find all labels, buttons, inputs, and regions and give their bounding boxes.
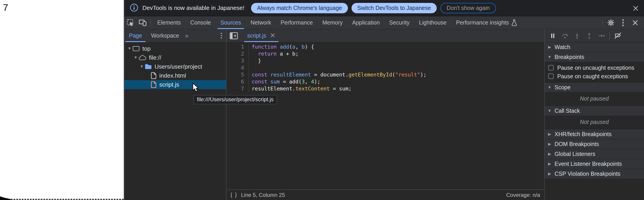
- pause-icon[interactable]: [547, 32, 558, 39]
- editor-tab-close-icon[interactable]: [270, 33, 275, 39]
- debugger-empty-area: [545, 179, 644, 200]
- line-number[interactable]: 5: [226, 71, 248, 78]
- tab-page[interactable]: Page: [124, 29, 146, 42]
- section-content-breakpoints: Pause on uncaught exceptionsPause on cau…: [545, 62, 644, 83]
- line-number[interactable]: 2: [226, 50, 248, 57]
- tab-elements[interactable]: Elements: [152, 16, 186, 29]
- section-label: Event Listener Breakpoints: [554, 161, 622, 167]
- expand-arrow-icon[interactable]: ▼: [133, 55, 138, 60]
- tree-item-label: script.js: [159, 81, 179, 88]
- code-editor[interactable]: 1function add(a, b) {2 return a + b;3 }4…: [226, 42, 544, 190]
- step-over-icon[interactable]: [559, 32, 571, 39]
- device-toolbar-icon[interactable]: [136, 16, 149, 29]
- line-number[interactable]: 4: [226, 64, 248, 71]
- tab-lighthouse[interactable]: Lighthouse: [414, 16, 451, 29]
- kebab-menu-icon[interactable]: [617, 19, 629, 27]
- line-number[interactable]: 3: [226, 57, 248, 64]
- info-icon: [130, 3, 138, 13]
- section-scope[interactable]: ▼Scope: [545, 83, 644, 92]
- tree-item-file[interactable]: ▼file://: [124, 53, 226, 62]
- section-watch[interactable]: ▶Watch: [545, 42, 644, 52]
- section-content-scope: Not paused: [545, 92, 644, 106]
- tree-item-script-js[interactable]: script.js: [124, 80, 226, 89]
- tab-sources[interactable]: Sources: [216, 16, 246, 29]
- section-label: Breakpoints: [554, 54, 584, 60]
- expand-arrow-icon: ▶: [545, 132, 554, 137]
- tab-network[interactable]: Network: [246, 16, 276, 29]
- inspect-icon[interactable]: [124, 16, 136, 29]
- tab-performance-insights[interactable]: Performance insights: [451, 16, 522, 29]
- switch-devtools-to-japanese-button[interactable]: Switch DevTools to Japanese: [352, 3, 437, 13]
- section-label: Call Stack: [554, 108, 580, 114]
- section-global-listeners[interactable]: ▶Global Listeners: [545, 149, 644, 159]
- editor-tab-scriptjs[interactable]: script.js: [244, 29, 278, 42]
- section-label: CSP Violation Breakpoints: [554, 171, 620, 177]
- settings-gear-icon[interactable]: [605, 19, 617, 27]
- tab-application[interactable]: Application: [348, 16, 384, 29]
- code-text: const resultElement = document.getElemen…: [248, 71, 426, 78]
- more-tabs-icon[interactable]: »: [184, 32, 190, 39]
- section-call-stack[interactable]: ▼Call Stack: [545, 106, 644, 116]
- pretty-print-icon[interactable]: { }: [230, 192, 238, 198]
- tab-label: Network: [250, 19, 271, 26]
- not-paused-message: Not paused: [545, 92, 644, 106]
- pause-on-caught-exceptions-checkbox-row[interactable]: Pause on caught exceptions: [545, 72, 644, 81]
- tab-label: Elements: [157, 19, 181, 26]
- debugger-sections: ▶Watch▼BreakpointsPause on uncaught exce…: [545, 42, 644, 200]
- line-number[interactable]: 6: [226, 78, 248, 85]
- toolbar-divider: [150, 19, 151, 26]
- tab-label: Performance: [280, 19, 313, 26]
- tab-memory[interactable]: Memory: [318, 16, 347, 29]
- panel-tabs: ElementsConsoleSourcesNetworkPerformance…: [152, 16, 522, 29]
- navigator-tabbar: Page Workspace »: [124, 29, 226, 42]
- section-xhr-fetch-breakpoints[interactable]: ▶XHR/fetch Breakpoints: [545, 129, 644, 139]
- code-line: 2 return a + b;: [226, 50, 544, 57]
- close-icon[interactable]: [629, 19, 641, 26]
- section-csp-violation-breakpoints[interactable]: ▶CSP Violation Breakpoints: [545, 169, 644, 179]
- step-into-icon[interactable]: [571, 32, 583, 39]
- hide-navigator-icon[interactable]: [230, 32, 238, 40]
- line-number[interactable]: 1: [226, 43, 248, 50]
- step-out-icon[interactable]: [584, 32, 595, 39]
- checkbox-unchecked[interactable]: [548, 65, 554, 70]
- deactivate-breakpoints-icon[interactable]: [612, 32, 624, 39]
- code-line: 7resultElement.textContent = sum;: [226, 85, 544, 92]
- always-match-chrome-s-language-button[interactable]: Always match Chrome's language: [251, 3, 348, 13]
- expand-arrow-icon: ▶: [545, 172, 554, 176]
- file-icon: [151, 72, 156, 79]
- tab-workspace[interactable]: Workspace: [146, 29, 184, 42]
- expand-arrow-icon[interactable]: ▼: [127, 46, 132, 51]
- section-dom-breakpoints[interactable]: ▶DOM Breakpoints: [545, 139, 644, 149]
- not-paused-message: Not paused: [545, 116, 644, 129]
- navigator-kebab-menu-icon[interactable]: [221, 33, 222, 38]
- tab-security[interactable]: Security: [384, 16, 414, 29]
- code-text: resultElement.textContent = sum;: [248, 85, 352, 92]
- expand-arrow-icon[interactable]: ▼: [139, 64, 145, 69]
- file-js-icon: [151, 81, 156, 88]
- flask-icon: [511, 19, 517, 26]
- step-icon[interactable]: [596, 32, 607, 39]
- corner-cursor-artifact: [0, 196, 13, 200]
- editor-pane: script.js 1function add(a, b) {2 return …: [226, 29, 544, 200]
- infobar-close-icon[interactable]: [632, 5, 639, 12]
- tab-label: Security: [389, 19, 410, 26]
- section-event-listener-breakpoints[interactable]: ▶Event Listener Breakpoints: [545, 159, 644, 169]
- don-t-show-again-button[interactable]: Don't show again: [440, 3, 496, 13]
- collapse-arrow-icon: ▼: [545, 109, 554, 113]
- pause-on-uncaught-exceptions-checkbox-row[interactable]: Pause on uncaught exceptions: [545, 63, 644, 72]
- tree-item-label: file://: [149, 54, 161, 61]
- tree-item-users-user-project[interactable]: ▼Users/user/project: [124, 62, 226, 71]
- tab-performance[interactable]: Performance: [276, 16, 318, 29]
- section-breakpoints[interactable]: ▼Breakpoints: [545, 52, 644, 62]
- section-label: DOM Breakpoints: [554, 141, 599, 147]
- expand-arrow-icon: ▶: [545, 45, 554, 49]
- section-label: Global Listeners: [554, 151, 595, 157]
- checkbox-unchecked[interactable]: [548, 74, 554, 79]
- tree-item-top[interactable]: ▼top: [124, 44, 226, 53]
- tab-console[interactable]: Console: [186, 16, 216, 29]
- tree-item-index-html[interactable]: index.html: [124, 71, 226, 80]
- toolbar-right-icons: [600, 16, 644, 29]
- line-number[interactable]: 7: [226, 85, 248, 92]
- slide-cut-line: [0, 199, 124, 200]
- tab-label: Performance insights: [456, 19, 509, 26]
